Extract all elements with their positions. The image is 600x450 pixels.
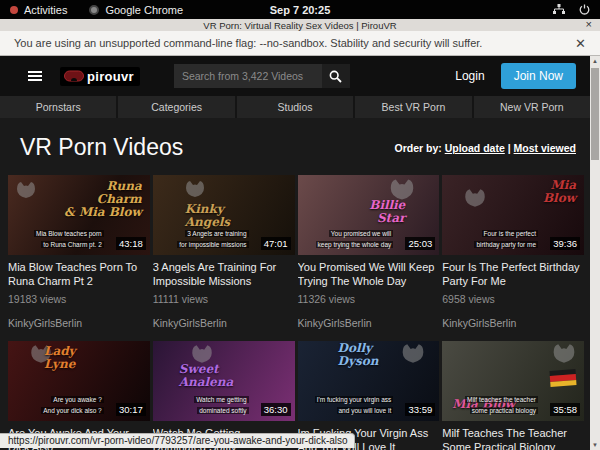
duration-badge: 36:30 bbox=[261, 403, 291, 416]
thumbnail-caption: 3 Angels are trainingfor impossible miss… bbox=[177, 229, 248, 250]
video-thumbnail[interactable]: Dolly Dyson I'm fucking your virgin assa… bbox=[298, 341, 440, 421]
video-thumbnail[interactable]: Runa Charm & Mia Blow Mia Blow teaches p… bbox=[8, 175, 150, 255]
studio-link[interactable]: KinkyGirlsBerlin bbox=[153, 317, 295, 329]
thumbnail-caption: Milf teaches the teachersome practical b… bbox=[465, 395, 538, 416]
view-count: 19183 views bbox=[8, 293, 150, 305]
duration-badge: 25:03 bbox=[405, 237, 435, 250]
video-title[interactable]: You Promised We Will Keep Trying The Who… bbox=[298, 261, 440, 288]
duration-badge: 47:01 bbox=[261, 237, 291, 250]
nav-item-pornstars[interactable]: Pornstars bbox=[0, 96, 116, 118]
thumbnail-performer-name: Dolly Dyson bbox=[338, 342, 379, 368]
status-url-tooltip: https://pirouvr.com/vr-porn-video/779325… bbox=[0, 433, 355, 448]
scrollbar-thumb[interactable] bbox=[591, 68, 599, 160]
tab-close-icon[interactable]: × bbox=[586, 18, 592, 30]
clock[interactable]: Sep 7 20:25 bbox=[270, 4, 331, 16]
video-card[interactable]: Kinky Angels 3 Angels are trainingfor im… bbox=[153, 175, 295, 329]
thumbnail-caption: Mia Blow teaches pornto Runa Charm pt. 2 bbox=[34, 229, 104, 250]
tab-title[interactable]: VR Porn: Virtual Reality Sex Videos | Pi… bbox=[203, 20, 396, 31]
order-most-viewed-link[interactable]: Most viewed bbox=[514, 142, 576, 154]
activities-indicator-icon bbox=[10, 6, 18, 14]
nav-item-best-vr-porn[interactable]: Best VR Porn bbox=[355, 96, 471, 118]
studio-cat-mask-icon bbox=[399, 342, 427, 365]
video-card[interactable]: Mia Blow Milf teaches the teachersome pr… bbox=[442, 341, 584, 450]
main-nav: Pornstars Categories Studios Best VR Por… bbox=[0, 96, 590, 118]
thumbnail-caption: I'm fucking your virgin assand you will … bbox=[315, 395, 394, 416]
power-icon[interactable] bbox=[579, 4, 590, 15]
page-title: VR Porn Videos bbox=[20, 134, 183, 161]
nav-item-studios[interactable]: Studios bbox=[237, 96, 353, 118]
site-header: pirouvr Login Join Now bbox=[0, 56, 590, 96]
germany-flag-icon bbox=[549, 369, 576, 387]
thumbnail-performer-name: Lady Lyne bbox=[44, 345, 76, 371]
studio-link[interactable]: KinkyGirlsBerlin bbox=[442, 317, 584, 329]
studio-cat-mask-icon bbox=[462, 187, 488, 209]
thumbnail-performer-name: Billie Star bbox=[369, 199, 405, 225]
hamburger-menu-icon[interactable] bbox=[28, 71, 42, 81]
nav-item-new-vr-porn[interactable]: New VR Porn bbox=[474, 96, 590, 118]
thumbnail-performer-name: Kinky Angels bbox=[185, 203, 230, 229]
video-thumbnail[interactable]: Billie Star You promised we willkeep try… bbox=[298, 175, 440, 255]
thumbnail-performer-name: Mia Blow bbox=[543, 179, 576, 205]
chrome-icon bbox=[89, 5, 99, 15]
studio-cat-mask-icon bbox=[14, 180, 38, 200]
video-thumbnail[interactable]: Mia Blow Milf teaches the teachersome pr… bbox=[442, 341, 584, 421]
thumbnail-caption: You promised we willkeep trying the whol… bbox=[316, 229, 394, 250]
activities-button[interactable]: Activities bbox=[10, 4, 67, 16]
video-thumbnail[interactable]: Lady Lyne Are you awake ?And your dick a… bbox=[8, 341, 150, 421]
activities-label: Activities bbox=[24, 4, 67, 16]
thumbnail-caption: Watch me gettingdominated softly bbox=[194, 395, 248, 416]
search-input[interactable] bbox=[174, 64, 322, 88]
nav-item-categories[interactable]: Categories bbox=[118, 96, 234, 118]
video-thumbnail[interactable]: Kinky Angels 3 Angels are trainingfor im… bbox=[153, 175, 295, 255]
video-title[interactable]: Mia Blow Teaches Porn To Runa Charm Pt 2 bbox=[8, 261, 150, 288]
video-thumbnail[interactable]: Sweet Analena Watch me gettingdominated … bbox=[153, 341, 295, 421]
order-by-label: Order by: bbox=[395, 142, 442, 154]
app-menu-button[interactable]: Google Chrome bbox=[89, 4, 183, 16]
video-title[interactable]: Milf Teaches The Teacher Some Practical … bbox=[442, 427, 584, 450]
duration-badge: 35:58 bbox=[550, 403, 580, 416]
search-icon bbox=[329, 70, 342, 83]
video-title[interactable]: Four Is The Perfect Birthday Party For M… bbox=[442, 261, 584, 288]
thumbnail-performer-name: Runa Charm & Mia Blow bbox=[64, 180, 142, 220]
view-count: 6958 views bbox=[442, 293, 584, 305]
video-title[interactable]: 3 Angels Are Training For Impossible Mis… bbox=[153, 261, 295, 288]
browser-tab-bar: VR Porn: Virtual Reality Sex Videos | Pi… bbox=[0, 19, 600, 31]
vr-goggles-icon bbox=[64, 70, 84, 83]
login-link[interactable]: Login bbox=[455, 69, 484, 83]
warning-text: You are using an unsupported command-lin… bbox=[14, 37, 482, 49]
scroll-down-icon[interactable]: ▼ bbox=[592, 440, 598, 450]
studio-link[interactable]: KinkyGirlsBerlin bbox=[8, 317, 150, 329]
system-top-bar: Activities Google Chrome Sep 7 20:25 bbox=[0, 0, 600, 19]
video-card[interactable]: Runa Charm & Mia Blow Mia Blow teaches p… bbox=[8, 175, 150, 329]
view-count: 11326 views bbox=[298, 293, 440, 305]
logo-text: pirouvr bbox=[87, 69, 134, 84]
video-thumbnail[interactable]: Mia Blow Four is the perfectbirthday par… bbox=[442, 175, 584, 255]
thumbnail-caption: Are you awake ?And your dick also ? bbox=[41, 395, 104, 416]
video-card[interactable]: Mia Blow Four is the perfectbirthday par… bbox=[442, 175, 584, 329]
sandbox-warning-bar: You are using an unsupported command-lin… bbox=[0, 31, 600, 56]
studio-cat-mask-icon bbox=[183, 179, 207, 199]
view-count: 11111 views bbox=[153, 293, 295, 305]
thumbnail-performer-name: Sweet Analena bbox=[179, 363, 234, 389]
studio-cat-mask-icon bbox=[550, 342, 578, 365]
video-grid: Runa Charm & Mia Blow Mia Blow teaches p… bbox=[0, 175, 590, 450]
search-button[interactable] bbox=[322, 64, 350, 88]
thumbnail-caption: Four is the perfectbirthday party for me bbox=[474, 229, 538, 250]
scroll-up-icon[interactable]: ▲ bbox=[592, 56, 598, 66]
site-logo[interactable]: pirouvr bbox=[60, 67, 140, 86]
warning-close-icon[interactable]: ✕ bbox=[575, 36, 586, 51]
duration-badge: 39:36 bbox=[550, 237, 580, 250]
app-name: Google Chrome bbox=[105, 4, 183, 16]
order-upload-date-link[interactable]: Upload date bbox=[445, 142, 505, 154]
order-by: Order by: Upload date | Most viewed bbox=[395, 142, 577, 154]
duration-badge: 33:59 bbox=[405, 403, 435, 416]
network-icon[interactable] bbox=[553, 4, 565, 15]
studio-link[interactable]: KinkyGirlsBerlin bbox=[298, 317, 440, 329]
duration-badge: 43:18 bbox=[116, 237, 146, 250]
page-scrollbar[interactable]: ▲ ▼ bbox=[590, 56, 600, 450]
join-now-button[interactable]: Join Now bbox=[501, 63, 576, 89]
duration-badge: 30:17 bbox=[116, 403, 146, 416]
browser-viewport: ▲ ▼ pirouvr bbox=[0, 56, 600, 450]
video-card[interactable]: Billie Star You promised we willkeep try… bbox=[298, 175, 440, 329]
